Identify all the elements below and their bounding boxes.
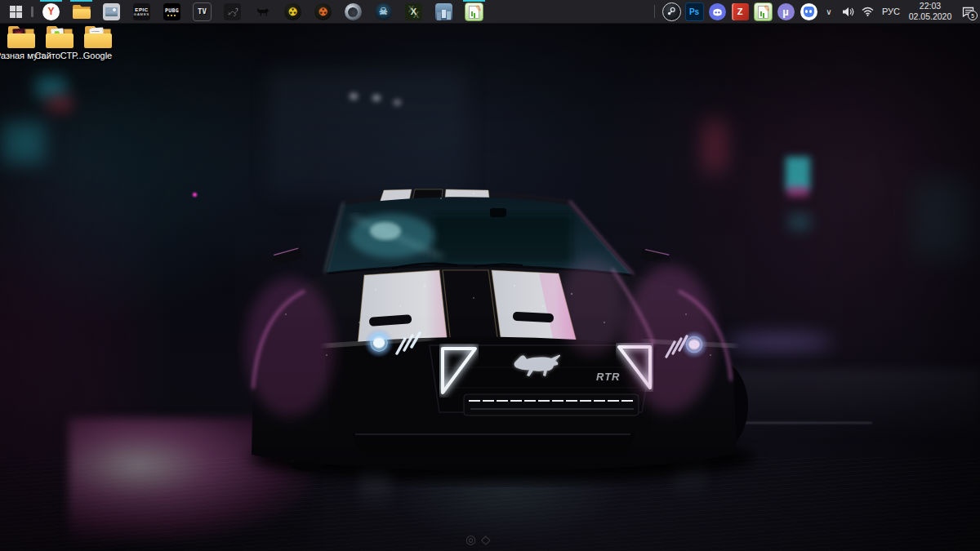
grille xyxy=(430,345,653,412)
taskbar-divider xyxy=(31,7,33,17)
wifi-icon xyxy=(862,7,874,16)
desktop[interactable]: RTR xyxy=(0,0,980,551)
neon-red-sign xyxy=(47,96,72,111)
rtr-badge: RTR xyxy=(596,371,620,383)
clock-time: 22:03 xyxy=(920,1,941,11)
tray-utorrent[interactable]: µ xyxy=(774,0,797,23)
neon-rim-highlights xyxy=(253,202,731,388)
tray-green-editor[interactable]: ✎ xyxy=(751,0,774,23)
taskbar-wolf-moon-game[interactable] xyxy=(338,0,368,23)
desktop-folder-saitostr[interactable]: СайтоСТР... xyxy=(40,26,78,60)
lower-grille-lightbar xyxy=(464,394,639,415)
teal-sign-reflection xyxy=(789,214,810,230)
mustang-car: RTR xyxy=(229,184,768,518)
rain-drops xyxy=(285,193,711,356)
teal-window-sign xyxy=(786,157,810,189)
teal-glow-right xyxy=(913,180,970,257)
tray-privacy-shield[interactable] xyxy=(797,0,820,23)
car-body xyxy=(252,192,737,472)
taskbar-pubg-lite[interactable]: PUBG xyxy=(157,0,187,23)
neon-red-blob xyxy=(704,121,725,171)
taskbar-tv-pixel-game[interactable]: TV xyxy=(187,0,217,23)
folder-icon xyxy=(46,26,74,48)
pinned-apps: YEPICGAMESPUBGTV☢☢☠X✎ xyxy=(36,0,489,23)
speaker-icon xyxy=(842,7,854,17)
action-center-button[interactable]: 5 xyxy=(956,0,980,23)
windshield xyxy=(327,197,632,275)
desktop-icon-grid: Разная муть СайтоСТР... Google xyxy=(2,26,117,60)
taskbar-goat-game[interactable] xyxy=(247,0,278,23)
taskbar-clock[interactable]: 22:03 02.05.2020 xyxy=(905,0,956,23)
system-tray: PsZ✎µ ∨ РУС 22:03 02.05. xyxy=(649,0,980,23)
headlight-reflection-left xyxy=(359,457,392,514)
road-edge-line xyxy=(717,422,872,424)
left-headlight xyxy=(325,328,433,358)
taskbar-green-editor[interactable]: ✎ xyxy=(459,0,489,23)
wallpaper-image: RTR xyxy=(0,0,980,551)
pink-light-dot xyxy=(193,193,197,197)
taskbar-yandex-browser[interactable]: Y xyxy=(36,0,66,23)
street-light xyxy=(350,93,358,100)
taskbar-epic-games[interactable]: EPICGAMES xyxy=(127,0,157,23)
notification-count-badge: 5 xyxy=(968,11,978,20)
street-light xyxy=(394,100,401,105)
taskbar-file-explorer[interactable] xyxy=(66,0,96,23)
taskbar-stalker-radiation-orange[interactable]: ☢ xyxy=(308,0,338,23)
street-light xyxy=(372,95,381,101)
watermark-diamond-icon: ◇ xyxy=(481,532,491,547)
tray-icon-group: PsZ✎µ xyxy=(660,0,820,23)
pink-sign-glow xyxy=(787,186,808,197)
desktop-icon-label: Google xyxy=(83,51,112,60)
tray-zona[interactable]: Z xyxy=(728,0,751,23)
right-mirror xyxy=(640,248,672,264)
taskbar-skull-game[interactable]: ☠ xyxy=(368,0,399,23)
front-fascia xyxy=(323,337,657,441)
network-button[interactable] xyxy=(858,0,877,23)
tray-discord[interactable] xyxy=(706,0,728,23)
neon-cyan-sign xyxy=(36,77,65,98)
desktop-folder-google[interactable]: Google xyxy=(78,26,117,60)
headlight-reflection-right xyxy=(673,445,706,502)
language-indicator[interactable]: РУС xyxy=(877,0,905,23)
volume-button[interactable] xyxy=(838,0,858,23)
show-hidden-icons-button[interactable]: ∨ xyxy=(820,0,838,23)
drl-triangles xyxy=(443,347,650,393)
stripe-pink-tint xyxy=(539,273,577,342)
left-mirror xyxy=(271,248,303,265)
photographer-watermark: ◎ ◇ xyxy=(466,529,539,550)
taskbar-stalker-radiation-yellow[interactable]: ☢ xyxy=(278,0,308,23)
center-reflection xyxy=(384,469,629,543)
folder-icon xyxy=(7,26,35,48)
mustang-pony-icon xyxy=(514,355,561,376)
taskbar-photo-viewer[interactable] xyxy=(96,0,127,23)
roof-stripes xyxy=(379,189,490,205)
tray-photoshop[interactable]: Ps xyxy=(683,0,706,23)
taskbar-city-blue-game[interactable] xyxy=(429,0,459,23)
taskbar-mgs-green-game[interactable]: X xyxy=(399,0,429,23)
clock-date: 02.05.2020 xyxy=(909,11,952,22)
road-shoulder xyxy=(710,369,980,434)
front-wheels xyxy=(269,360,748,471)
right-headlight xyxy=(644,331,735,358)
windows-logo-icon xyxy=(10,6,22,18)
start-button[interactable] xyxy=(0,0,31,23)
tray-separator xyxy=(654,5,655,18)
front-splitter xyxy=(351,433,635,453)
hood-stripes xyxy=(358,270,577,345)
tray-steam[interactable] xyxy=(660,0,683,23)
taskbar: YEPICGAMESPUBGTV☢☢☠X✎ PsZ✎µ ∨ xyxy=(0,0,980,24)
desktop-icon-label: СайтоСТР... xyxy=(34,51,83,60)
background-building xyxy=(270,69,466,196)
water-ripples xyxy=(0,457,980,551)
watermark-circle-icon: ◎ xyxy=(466,532,476,547)
folder-icon xyxy=(84,26,112,48)
taskbar-scorpion-game[interactable] xyxy=(217,0,247,23)
neon-cyan-window xyxy=(2,122,44,163)
purple-light-streak xyxy=(727,333,833,351)
pink-puddle-reflection xyxy=(69,418,314,544)
